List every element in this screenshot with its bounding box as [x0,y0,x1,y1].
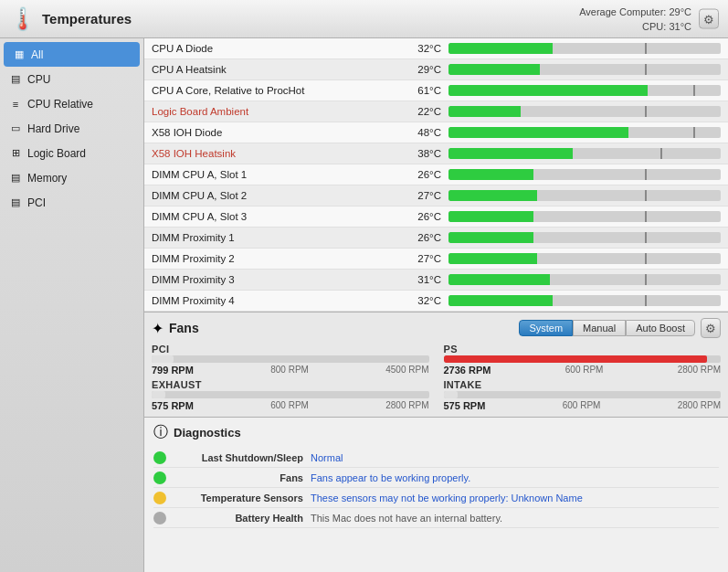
sidebar-item-memory[interactable]: ▤ Memory [0,165,143,190]
temp-value: 31°C [398,274,448,285]
fan-bar-fill [152,391,165,398]
sidebar-item-all[interactable]: ▦ All [4,42,140,67]
temp-name: DIMM Proximity 3 [152,274,398,285]
temp-bar-tick [645,43,647,54]
fan-bar-fill [444,355,707,363]
fan-bar [152,355,429,363]
sidebar-item-hard-drive[interactable]: ▭ Hard Drive [0,116,143,141]
temp-bar [448,64,721,75]
temp-bar-tick [645,64,647,75]
temp-name: CPU A Diode [152,43,398,54]
avg-label: Average Computer: [579,5,666,16]
temp-bar-tick [645,190,647,201]
sidebar-item-cpu[interactable]: ▤ CPU [0,67,143,91]
temp-row: CPU A Core, Relative to ProcHot 61°C [144,80,728,101]
cpu-icon: ▤ [9,73,22,85]
right-panel: CPU A Diode 32°C CPU A Heatsink 29°C CPU… [144,38,728,572]
temp-value: 26°C [398,232,448,243]
temp-name: Logic Board Ambient [152,106,398,117]
all-icon: ▦ [13,48,26,60]
temp-bar-tick [693,127,695,138]
fans-gear-button[interactable]: ⚙ [701,318,721,338]
diag-value: These sensors may not be working properl… [311,493,583,503]
fan-max: 2800 RPM [385,400,428,411]
hard-drive-icon: ▭ [9,122,22,134]
temp-bar-fill [448,127,628,138]
fan-max: 4500 RPM [385,365,428,376]
pci-icon: ▤ [9,196,22,208]
top-header: 🌡️ Temperatures Average Computer: 29°C C… [0,0,728,38]
temp-bar [448,85,721,96]
diagnostics-rows: Last Shutdown/Sleep Normal Fans Fans app… [153,448,719,528]
fans-section: ✦ Fans SystemManualAuto Boost ⚙ PCI 799 … [144,312,728,417]
fan-min: 600 RPM [563,400,601,411]
temp-row: DIMM Proximity 3 31°C [144,270,728,291]
fan-min: 800 RPM [270,365,309,376]
temp-bar [448,253,721,264]
fan-mode-system-button[interactable]: System [519,320,573,336]
logic-board-icon: ⊞ [9,147,22,159]
fan-item-pci: PCI 799 RPM 800 RPM 4500 RPM [152,344,429,376]
temp-name: X58 IOH Heatsink [152,148,398,159]
diag-key: Temperature Sensors [174,493,311,503]
sidebar-item-pci[interactable]: ▤ PCI [0,190,143,215]
main-layout: ▦ All ▤ CPU ≡ CPU Relative ▭ Hard Drive … [0,38,728,572]
fans-icon: ✦ [152,320,164,337]
fan-mode-auto-boost-button[interactable]: Auto Boost [626,320,695,336]
temp-bar-fill [448,169,533,180]
diag-row: Last Shutdown/Sleep Normal [153,448,719,468]
fan-bar [152,391,429,398]
temp-row: DIMM CPU A, Slot 2 27°C [144,185,728,207]
header-gear-button[interactable]: ⚙ [699,9,719,29]
temp-name: DIMM Proximity 4 [152,295,398,306]
temp-bar-fill [448,295,553,306]
temp-bar-fill [448,274,550,285]
sidebar-label-all: All [31,48,43,61]
fan-rpm: 575 RPM [152,400,194,411]
temp-value: 32°C [398,295,448,306]
temp-bar-fill [448,43,553,54]
sidebar-label-hard-drive: Hard Drive [27,122,79,135]
diag-value: This Mac does not have an internal batte… [311,513,502,524]
fan-item-ps: PS 2736 RPM 600 RPM 2800 RPM [444,344,722,376]
sidebar-label-cpu: CPU [27,73,50,86]
temp-row: X58 IOH Heatsink 38°C [144,143,728,164]
diag-dot [153,512,166,524]
sidebar-item-logic-board[interactable]: ⊞ Logic Board [0,141,143,165]
fan-bar-fill [152,355,174,363]
temp-value: 29°C [398,64,448,75]
temp-value: 32°C [398,43,448,54]
fan-bar-row [152,391,429,398]
fan-mode-manual-button[interactable]: Manual [573,320,626,336]
fan-min: 600 RPM [565,365,604,376]
temp-bar-fill [448,85,648,96]
temp-name: DIMM CPU A, Slot 1 [152,169,398,180]
temp-bar [448,295,721,306]
temp-bar-tick [645,253,647,264]
temp-bar-tick [693,85,695,96]
temp-bar [448,148,721,159]
fan-label: INTAKE [444,379,722,390]
temp-value: 27°C [398,253,448,264]
fans-mode-buttons: SystemManualAuto Boost [519,320,695,336]
diag-value: Fans appear to be working properly. [311,472,470,483]
fan-range-row: 799 RPM 800 RPM 4500 RPM [152,365,429,376]
temp-row: DIMM CPU A, Slot 1 26°C [144,164,728,185]
fan-max: 2800 RPM [678,365,721,376]
sidebar-item-cpu-relative[interactable]: ≡ CPU Relative [0,91,143,116]
diagnostics-header: ⓘ Diagnostics [153,423,719,442]
diagnostics-icon: ⓘ [153,423,168,442]
temp-bar-fill [448,148,573,159]
fan-rpm: 575 RPM [444,400,486,411]
temp-bar [448,106,721,117]
temp-name: DIMM Proximity 1 [152,232,398,243]
cpu-label: CPU: [642,21,666,32]
fan-min: 600 RPM [270,400,309,411]
fan-bar-row [444,391,722,398]
diag-value: Normal [311,452,343,463]
header-stats: Average Computer: 29°C CPU: 31°C [579,4,691,34]
diag-row: Fans Fans appear to be working properly. [153,468,719,488]
fan-item-exhaust: EXHAUST 575 RPM 600 RPM 2800 RPM [152,379,429,411]
temp-bar-tick [660,148,662,159]
temp-name: DIMM CPU A, Slot 2 [152,190,398,201]
